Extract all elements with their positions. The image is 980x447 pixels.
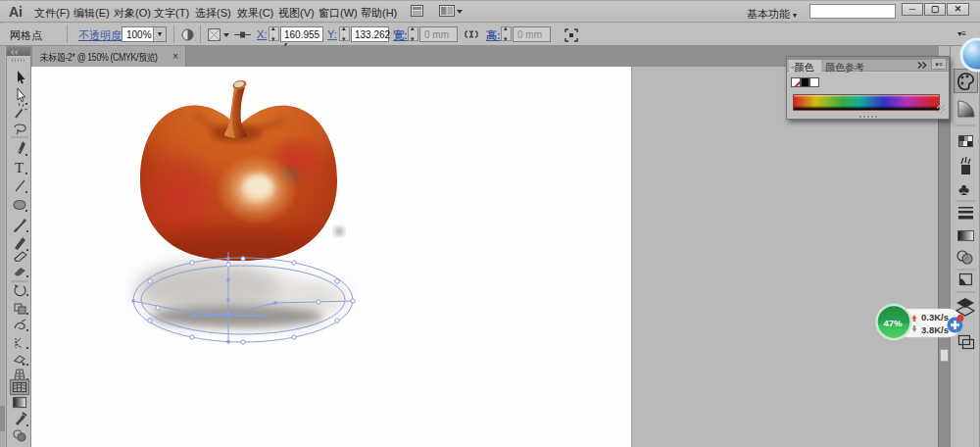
- svg-text:♣: ♣: [958, 180, 969, 199]
- svg-text:0.3K/s: 0.3K/s: [921, 312, 949, 323]
- svg-text:T: T: [15, 160, 24, 175]
- svg-text:47%: 47%: [883, 318, 903, 328]
- svg-text:3.8K/s: 3.8K/s: [921, 324, 949, 335]
